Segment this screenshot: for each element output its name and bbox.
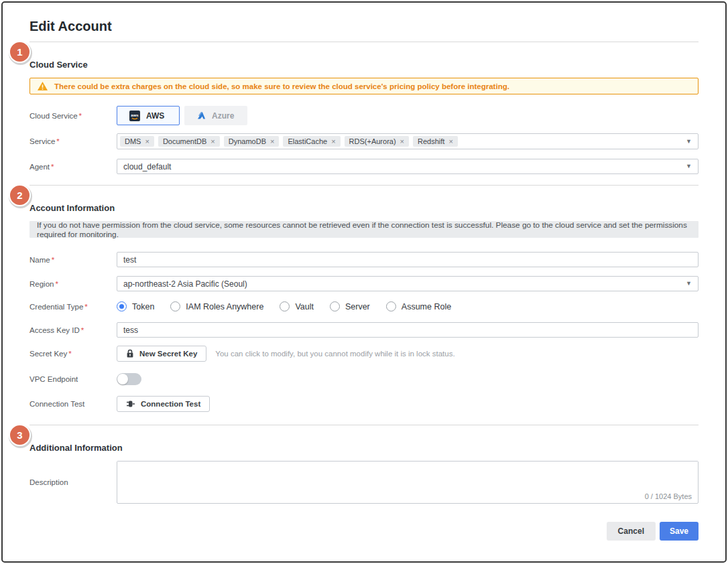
name-row: Name* [29,252,699,267]
lock-icon [126,349,134,358]
service-row: Service* DMS× DocumentDB× DynamoDB× Elas… [29,133,699,149]
description-label: Description [29,478,117,486]
agent-row: Agent* cloud_default ▼ [29,159,699,174]
remove-tag-icon[interactable]: × [270,137,274,145]
section-additional-information: 3 Additional Information Description 0 /… [29,425,699,541]
page-title: Edit Account [29,19,699,34]
chevron-down-icon: ▼ [686,281,692,287]
aws-label: AWS [146,111,164,121]
radio-token[interactable]: Token [117,301,154,311]
plug-icon [126,400,135,408]
service-tag-label: Redshift [418,137,444,145]
radio-server[interactable]: Server [330,301,370,311]
service-tag: DMS× [120,136,154,147]
description-textarea[interactable] [117,462,698,491]
toggle-knob [117,374,128,384]
byte-counter: 0 / 1024 Bytes [645,492,692,500]
radio-button-icon [117,301,127,311]
agent-label: Agent* [29,163,117,171]
new-secret-key-label: New Secret Key [139,350,197,358]
name-input[interactable] [117,252,699,267]
connection-test-row: Connection Test Connection Test [29,396,699,412]
description-row: Description 0 / 1024 Bytes [29,461,699,504]
aws-provider-button[interactable]: aws AWS [117,106,180,125]
section-heading-cloud-service: Cloud Service [29,60,699,70]
save-button[interactable]: Save [660,522,699,541]
service-tag: DocumentDB× [158,136,220,147]
section-account-information: 2 Account Information If you do not have… [29,185,699,412]
chevron-down-icon[interactable]: ▼ [686,139,692,145]
remove-tag-icon[interactable]: × [210,137,215,145]
region-row: Region* ap-northeast-2 Asia Pacific (Seo… [29,276,699,291]
edit-account-window: Edit Account 1 Cloud Service There could… [1,1,727,563]
required-asterisk: * [51,163,54,171]
service-tag: DynamoDB× [224,136,280,147]
step-badge-3: 3 [9,424,31,446]
agent-selected-value: cloud_default [123,162,171,171]
required-asterisk: * [68,350,71,358]
new-secret-key-button[interactable]: New Secret Key [117,346,206,362]
warning-text: There could be extra charges on the clou… [54,82,509,90]
pricing-warning-banner: There could be extra charges on the clou… [29,78,699,94]
connection-test-button-label: Connection Test [141,400,200,408]
required-asterisk: * [55,280,58,288]
remove-tag-icon[interactable]: × [331,137,335,145]
service-tag: Redshift× [413,136,458,147]
radio-button-icon [170,301,180,311]
remove-tag-icon[interactable]: × [145,137,149,145]
secret-key-label: Secret Key* [29,350,117,358]
secret-key-row: Secret Key* New Secret Key You can click… [29,346,699,362]
access-key-id-row: Access Key ID* [29,322,699,338]
vpc-endpoint-label: VPC Endpoint [29,375,117,383]
access-key-id-label: Access Key ID* [29,326,117,334]
region-selected-value: ap-northeast-2 Asia Pacific (Seoul) [123,279,247,289]
section-heading-account-information: Account Information [29,203,699,213]
connection-test-label: Connection Test [29,400,117,408]
notice-text: If you do not have permission from the c… [37,220,691,239]
service-tag-label: DynamoDB [229,137,266,145]
service-label: Service* [29,137,117,145]
service-multiselect[interactable]: DMS× DocumentDB× DynamoDB× ElastiCache× … [117,133,699,149]
credential-type-label: Credential Type* [29,303,117,311]
region-select[interactable]: ap-northeast-2 Asia Pacific (Seoul) ▼ [117,276,699,291]
connection-test-button[interactable]: Connection Test [117,396,210,412]
required-asterisk: * [84,303,87,311]
required-asterisk: * [79,112,82,120]
warning-icon [38,82,48,90]
remove-tag-icon[interactable]: × [400,137,404,145]
service-tag-label: ElastiCache [288,137,327,145]
cancel-button[interactable]: Cancel [607,522,656,541]
radio-iam-roles-anywhere[interactable]: IAM Roles Anywhere [170,301,263,311]
radio-button-icon [386,301,396,311]
azure-label: Azure [212,111,234,121]
radio-button-icon [330,301,340,311]
access-key-id-input[interactable] [117,322,699,338]
section-heading-additional-information: Additional Information [29,443,699,453]
permission-notice-banner: If you do not have permission from the c… [29,221,699,238]
service-tag-label: DMS [125,137,141,145]
vpc-endpoint-toggle[interactable] [117,373,141,385]
chevron-down-icon: ▼ [686,163,692,169]
azure-provider-button[interactable]: Azure [184,106,247,125]
radio-vault[interactable]: Vault [280,301,314,311]
region-label: Region* [29,280,117,288]
service-tag-label: RDS(+Aurora) [349,137,396,145]
service-tag-label: DocumentDB [163,137,206,145]
cloud-service-row: Cloud Service* aws AWS Azure [29,106,699,125]
aws-logo-icon: aws [129,111,140,121]
radio-button-icon [280,301,290,311]
credential-type-radio-group: Token IAM Roles Anywhere Vault Server As… [117,301,451,311]
service-tag: ElastiCache× [283,136,340,147]
azure-logo-icon [197,111,206,120]
step-badge-2: 2 [9,184,31,206]
remove-tag-icon[interactable]: × [448,137,452,145]
secret-key-help-text: You can click to modify, but you cannot … [215,350,454,358]
service-tag: RDS(+Aurora)× [345,136,409,147]
vpc-endpoint-row: VPC Endpoint [29,373,699,385]
radio-assume-role[interactable]: Assume Role [386,301,451,311]
agent-select[interactable]: cloud_default ▼ [117,159,699,174]
svg-text:aws: aws [131,113,139,117]
name-label: Name* [29,256,117,264]
required-asterisk: * [52,256,54,264]
credential-type-row: Credential Type* Token IAM Roles Anywher… [29,301,699,311]
